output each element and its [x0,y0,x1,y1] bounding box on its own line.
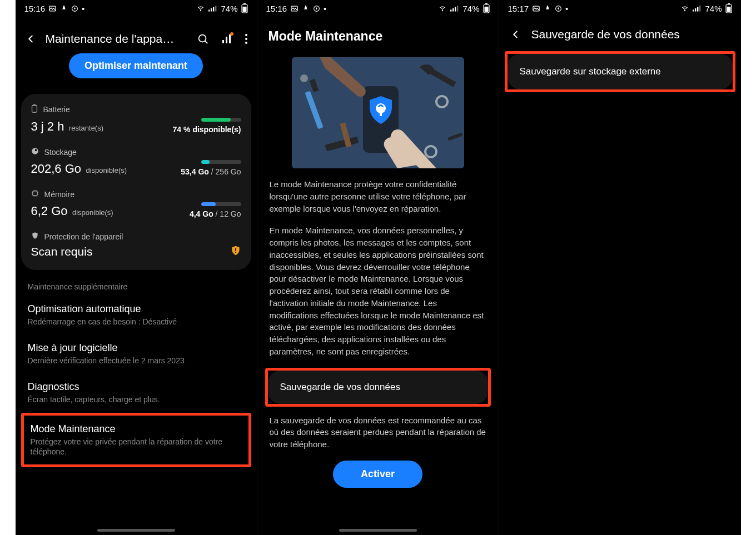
diagnostics-sub: Écran tactile, capteurs, charge et plus. [28,394,245,404]
maintenance-mode-sub: Protégez votre vie privée pendant la rép… [31,437,242,457]
maintenance-mode-highlight: Mode Maintenance Protégez votre vie priv… [21,413,251,467]
activate-button[interactable]: Activer [333,461,422,488]
status-bar: 15:17 • 74% [499,0,741,16]
svg-rect-29 [457,6,458,11]
protection-status: Scan requis [31,245,93,258]
pin-icon [60,4,68,12]
battery-percent: 74% [705,4,722,13]
maintenance-illustration [292,57,464,168]
home-indicator[interactable] [97,529,175,532]
page-title: Sauvegarde de vos données [531,28,680,41]
svg-rect-28 [455,7,456,12]
svg-rect-20 [32,191,37,196]
auto-optimization-item[interactable]: Optimisation automatique Redémarrage en … [16,296,257,334]
maintenance-description-2: En mode Maintenance, vos données personn… [257,224,499,357]
phone-screen-1: 15:16 • 74% Maintenance de l'appa… [16,0,257,535]
status-bar: 15:16 • 74% [16,0,257,16]
clock: 15:17 [508,4,529,13]
protection-row[interactable]: Protection de l'appareil Scan requis [31,232,241,259]
svg-rect-54 [728,3,730,4]
status-bar: 15:16 • 74% [257,0,499,16]
backup-data-card[interactable]: Sauvegarde de vos données [268,371,488,404]
backup-recommendation: La sauvegarde de vos données est recomma… [257,414,499,451]
memory-used: 4,4 Go [190,209,213,218]
svg-rect-32 [484,7,488,12]
storage-row[interactable]: Stockage 202,6 Go disponible(s) 53,4 Go … [31,147,241,176]
back-button[interactable] [24,33,37,45]
memory-icon [31,189,39,199]
page-title: Mode Maintenance [257,16,499,49]
svg-rect-44 [380,111,382,116]
battery-label: Batterie [43,105,70,114]
svg-rect-51 [697,7,698,12]
diagnostics-title: Diagnostics [28,381,245,393]
memory-label: Mémoire [44,190,74,199]
battery-percent: 74% [462,4,479,13]
memory-value: 6,2 Go [31,204,68,218]
svg-rect-50 [695,8,696,12]
svg-point-2 [201,11,201,11]
page-title: Maintenance de l'appa… [46,32,188,46]
auto-optimization-title: Optimisation automatique [28,303,245,315]
svg-rect-21 [235,248,236,251]
back-button[interactable] [509,28,521,41]
battery-available: 74 % disponible(s) [173,125,241,134]
svg-point-48 [685,11,685,11]
svg-point-16 [245,38,247,40]
svg-point-25 [442,11,443,11]
device-stats-card: Batterie 3 j 2 h restante(s) 74 % dispon… [21,94,251,270]
pin-icon [544,4,551,12]
pin-icon [302,4,310,12]
battery-icon [483,3,490,13]
software-update-sub: Dernière vérification effectuée le 2 mar… [28,356,245,366]
software-update-item[interactable]: Mise à jour logicielle Dernière vérifica… [16,334,257,373]
shield-icon [31,232,39,241]
backup-highlight: Sauvegarde de vos données [265,368,491,407]
storage-value: 202,6 Go [31,162,82,176]
svg-rect-6 [215,6,216,11]
picture-icon [532,4,540,13]
phone-screen-2: 15:16 • 74% Mode Maintenance [257,0,499,535]
svg-rect-13 [226,37,227,43]
svg-rect-14 [229,34,231,43]
status-dot: • [82,4,84,13]
shield-alert-icon [230,244,241,259]
memory-row[interactable]: Mémoire 6,2 Go disponible(s) 4,4 Go / 12… [31,189,241,218]
svg-rect-3 [208,9,210,11]
clock: 15:16 [266,4,287,13]
diagnostics-item[interactable]: Diagnostics Écran tactile, capteurs, cha… [16,373,257,412]
protection-label: Protection de l'appareil [44,232,123,241]
more-icon[interactable] [245,33,248,44]
chart-icon[interactable] [221,33,232,44]
signal-icon [450,4,459,12]
picture-icon [48,4,57,13]
wifi-icon [196,4,205,12]
extra-maintenance-label: Maintenance supplémentaire [28,282,245,291]
battery-value: 3 j 2 h [31,119,64,133]
page-header: Maintenance de l'appa… [16,16,257,51]
external-backup-item[interactable]: Sauvegarde sur stockage externe [508,54,733,89]
svg-rect-52 [699,6,700,11]
signal-icon [693,4,702,12]
auto-optimization-sub: Redémarrage en cas de besoin : Désactivé [28,317,245,327]
battery-icon [241,3,248,13]
svg-rect-55 [727,7,730,12]
memory-total: 12 Go [220,209,241,218]
svg-point-17 [245,42,247,44]
home-indicator[interactable] [339,529,417,532]
battery-icon [725,3,732,13]
lightning-icon [555,5,562,12]
lightning-icon [71,5,78,12]
storage-used: 53,4 Go [181,167,209,176]
battery-row[interactable]: Batterie 3 j 2 h restante(s) 74 % dispon… [31,104,241,134]
optimize-button[interactable]: Optimiser maintenant [69,53,203,78]
maintenance-description-1: Le mode Maintenance protège votre confid… [257,178,499,214]
svg-rect-4 [211,8,212,12]
status-dot: • [565,4,568,13]
picture-icon [290,4,299,13]
svg-point-15 [245,34,247,36]
search-icon[interactable] [197,33,209,45]
page-header: Sauvegarde de vos données [499,16,741,48]
maintenance-mode-item[interactable]: Mode Maintenance Protégez votre vie priv… [24,416,248,464]
software-update-title: Mise à jour logicielle [28,342,245,354]
